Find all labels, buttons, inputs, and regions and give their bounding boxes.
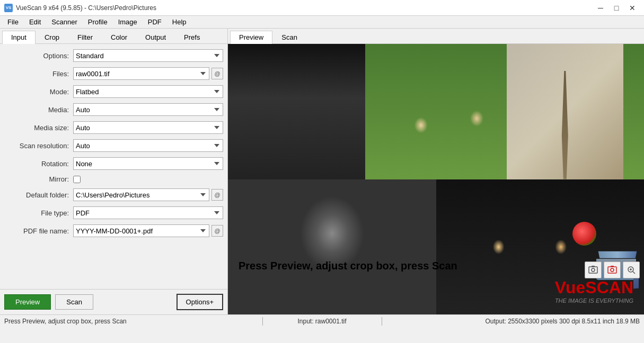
pdf-file-name-select[interactable]: YYYY-MM-DD-0001+.pdf — [73, 224, 209, 237]
preview-button[interactable]: Preview — [4, 294, 51, 310]
tab-preview[interactable]: Preview — [230, 31, 272, 44]
svg-rect-3 — [608, 267, 616, 273]
files-row: Files: raw0001.tif @ — [0, 66, 227, 81]
mode-row: Mode: Flatbed — [0, 84, 227, 99]
tab-input[interactable]: Input — [2, 31, 36, 44]
form-area: Options: Standard Files: raw0001.tif @ — [0, 44, 227, 289]
mirror-control — [73, 176, 223, 183]
menu-profile[interactable]: Profile — [83, 16, 113, 28]
file-type-control: PDF — [73, 206, 223, 219]
menu-edit[interactable]: Edit — [24, 16, 46, 28]
mirror-label: Mirror: — [4, 175, 73, 183]
vuescan-tagline: THE IMAGE IS EVERYTHING — [555, 297, 633, 304]
zoom-button[interactable] — [623, 261, 640, 278]
options-label: Options: — [4, 52, 73, 60]
zoom-icon — [627, 265, 636, 275]
file-type-row: File type: PDF — [0, 205, 227, 220]
svg-point-1 — [592, 268, 595, 272]
options-button[interactable]: Options+ — [177, 294, 223, 310]
close-button[interactable]: ✕ — [625, 2, 640, 14]
menu-scanner[interactable]: Scanner — [46, 16, 82, 28]
action-photo1-button[interactable] — [585, 261, 602, 278]
vuescan-logo-text: VueSCAN — [555, 278, 633, 297]
vuescan-logo-area: VueSCAN THE IMAGE IS EVERYTHING — [555, 278, 633, 304]
pdf-file-name-label: PDF file name: — [4, 227, 73, 235]
default-folder-label: Default folder: — [4, 191, 73, 199]
action-photo2-button[interactable] — [604, 261, 621, 278]
default-folder-select[interactable]: C:\Users\Pedro\Pictures — [73, 188, 209, 201]
right-panel: Preview Scan more than 3900 scanners sup… — [228, 29, 644, 314]
minimize-button[interactable]: ─ — [593, 2, 608, 14]
tab-filter[interactable]: Filter — [68, 31, 102, 43]
status-center: Input: raw0001.tif — [269, 318, 375, 325]
status-divider-1 — [262, 317, 263, 326]
rotation-row: Rotation: None — [0, 156, 227, 171]
status-left: Press Preview, adjust crop box, press Sc… — [4, 318, 256, 325]
menu-file[interactable]: File — [2, 16, 24, 28]
window-title: VueScan 9 x64 (9.5.85) - C:\Users\Pedro\… — [16, 4, 156, 12]
rotation-control: None — [73, 157, 223, 170]
preview-collage: more than 3900 scanners supported SNAP — [228, 44, 644, 314]
options-control: Standard — [73, 49, 223, 62]
menu-pdf[interactable]: PDF — [143, 16, 167, 28]
watermelon-icon — [572, 222, 596, 246]
press-preview-text: Press Preview, adjust crop box, press Sc… — [239, 260, 457, 272]
left-tab-bar: Input Crop Filter Color Output Prefs — [0, 29, 227, 44]
tab-prefs[interactable]: Prefs — [175, 31, 209, 43]
media-size-label: Media size: — [4, 124, 73, 132]
file-type-label: File type: — [4, 209, 73, 217]
file-type-select[interactable]: PDF — [73, 206, 223, 219]
options-select[interactable]: Standard — [73, 49, 223, 62]
title-bar: VS VueScan 9 x64 (9.5.85) - C:\Users\Ped… — [0, 0, 644, 16]
svg-line-7 — [633, 272, 635, 274]
preview-area: more than 3900 scanners supported SNAP — [228, 44, 644, 314]
mode-select[interactable]: Flatbed — [73, 85, 223, 98]
photo2-icon — [607, 265, 617, 275]
files-control: raw0001.tif @ — [73, 67, 223, 80]
media-size-row: Media size: Auto — [0, 120, 227, 135]
tab-scan-right[interactable]: Scan — [272, 31, 306, 43]
scan-resolution-select[interactable]: Auto — [73, 139, 223, 152]
mode-label: Mode: — [4, 88, 73, 96]
scan-button[interactable]: Scan — [55, 294, 93, 310]
title-bar-controls: ─ □ ✕ — [593, 2, 640, 14]
svg-point-4 — [611, 268, 614, 272]
media-row: Media: Auto — [0, 102, 227, 117]
status-right: Output: 2550x3300 pixels 300 dpi 8.5x11 … — [389, 318, 640, 325]
media-size-select[interactable]: Auto — [73, 121, 223, 134]
status-bar: Press Preview, adjust crop box, press Sc… — [0, 314, 644, 327]
media-label: Media: — [4, 106, 73, 114]
files-select[interactable]: raw0001.tif — [73, 67, 209, 80]
dog-photo — [228, 179, 436, 315]
eiffel-photo — [507, 44, 623, 179]
media-size-control: Auto — [73, 121, 223, 134]
maximize-button[interactable]: □ — [609, 2, 624, 14]
svg-rect-2 — [592, 266, 595, 267]
right-tab-bar: Preview Scan — [228, 29, 644, 44]
default-folder-at-button[interactable]: @ — [211, 189, 223, 201]
files-label: Files: — [4, 70, 73, 78]
menu-bar: File Edit Scanner Profile Image PDF Help — [0, 16, 644, 29]
tab-crop[interactable]: Crop — [36, 31, 68, 43]
scan-resolution-row: Scan resolution: Auto — [0, 138, 227, 153]
tab-output[interactable]: Output — [136, 31, 175, 43]
mirror-row: Mirror: — [0, 174, 227, 184]
wedding-photo — [228, 44, 365, 179]
menu-image[interactable]: Image — [113, 16, 143, 28]
options-row: Options: Standard — [0, 48, 227, 63]
pdf-file-name-row: PDF file name: YYYY-MM-DD-0001+.pdf @ — [0, 223, 227, 238]
media-control: Auto — [73, 103, 223, 116]
status-divider-2 — [382, 317, 382, 326]
files-at-button[interactable]: @ — [211, 68, 223, 79]
svg-rect-0 — [589, 267, 597, 273]
tab-color[interactable]: Color — [102, 31, 136, 43]
main-layout: Input Crop Filter Color Output Prefs Opt… — [0, 29, 644, 314]
mirror-checkbox[interactable] — [73, 176, 81, 183]
scan-resolution-control: Auto — [73, 139, 223, 152]
pdf-file-name-at-button[interactable]: @ — [211, 225, 223, 237]
default-folder-row: Default folder: C:\Users\Pedro\Pictures … — [0, 187, 227, 202]
pdf-file-name-control: YYYY-MM-DD-0001+.pdf @ — [73, 224, 223, 237]
rotation-select[interactable]: None — [73, 157, 223, 170]
menu-help[interactable]: Help — [167, 16, 192, 28]
media-select[interactable]: Auto — [73, 103, 223, 116]
